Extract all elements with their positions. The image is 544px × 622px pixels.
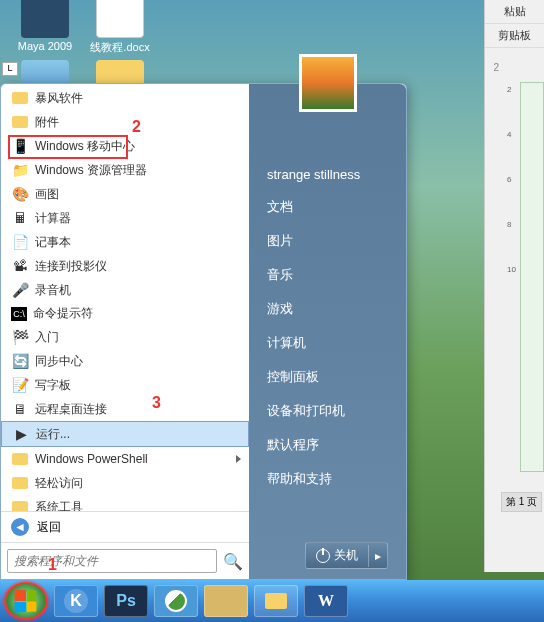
tab-marker[interactable]: L [2, 62, 18, 76]
user-avatar[interactable] [299, 54, 357, 112]
annotation-label-3: 3 [152, 394, 161, 412]
taskbar-app-photoshop[interactable]: Ps [104, 585, 148, 617]
program-wordpad[interactable]: 📝写字板 [1, 373, 249, 397]
program-sync[interactable]: 🔄同步中心 [1, 349, 249, 373]
maya-icon [21, 0, 69, 38]
program-recorder[interactable]: 🎤录音机 [1, 278, 249, 302]
games-link[interactable]: 游戏 [249, 292, 406, 326]
folder-system-tools[interactable]: 系统工具 [1, 495, 249, 511]
start-menu: 暴风软件 附件 📱Windows 移动中心 📁Windows 资源管理器 🎨画图… [0, 83, 407, 580]
folder-icon [11, 474, 29, 492]
program-notepad[interactable]: 📄记事本 [1, 230, 249, 254]
taskbar-app-k[interactable]: K [54, 585, 98, 617]
recorder-icon: 🎤 [11, 281, 29, 299]
getstarted-icon: 🏁 [11, 328, 29, 346]
program-getstarted[interactable]: 🏁入门 [1, 325, 249, 349]
documents-link[interactable]: 文档 [249, 190, 406, 224]
item-label: 命令提示符 [33, 305, 93, 322]
power-icon [316, 549, 330, 563]
folder-icon [11, 498, 29, 511]
explorer-icon: 📁 [11, 161, 29, 179]
desktop-icon-docx[interactable]: 线教程.docx [85, 0, 155, 55]
item-label: 入门 [35, 329, 59, 346]
pictures-link[interactable]: 图片 [249, 224, 406, 258]
program-run[interactable]: ▶运行... [1, 421, 249, 447]
taskbar-app-image[interactable] [204, 585, 248, 617]
run-icon: ▶ [12, 425, 30, 443]
shutdown-label: 关机 [334, 547, 358, 564]
programs-list[interactable]: 暴风软件 附件 📱Windows 移动中心 📁Windows 资源管理器 🎨画图… [1, 84, 249, 511]
item-label: 附件 [35, 114, 59, 131]
avatar-image [302, 57, 354, 109]
back-arrow-icon: ◄ [11, 518, 29, 536]
document-area[interactable] [520, 82, 544, 472]
folder-powershell[interactable]: Windows PowerShell [1, 447, 249, 471]
projector-icon: 📽 [11, 257, 29, 275]
taskbar: K Ps W [0, 580, 544, 622]
item-label: 记事本 [35, 234, 71, 251]
item-label: 同步中心 [35, 353, 83, 370]
folder-ease-of-access[interactable]: 轻松访问 [1, 471, 249, 495]
item-label: Windows 移动中心 [35, 138, 135, 155]
windows-logo-icon [15, 589, 37, 612]
item-label: Windows 资源管理器 [35, 162, 147, 179]
program-projector[interactable]: 📽连接到投影仪 [1, 254, 249, 278]
sync-icon: 🔄 [11, 352, 29, 370]
taskbar-app-explorer[interactable] [254, 585, 298, 617]
username-item[interactable]: strange stillness [249, 159, 406, 190]
folder-icon [11, 113, 29, 131]
item-label: 写字板 [35, 377, 71, 394]
item-label: Windows PowerShell [35, 452, 148, 466]
vertical-ruler: 2 4 6 8 10 [507, 85, 516, 310]
taskbar-app-sogou[interactable] [154, 585, 198, 617]
desktop-icon-label: 线教程.docx [90, 41, 149, 53]
program-mobility-center[interactable]: 📱Windows 移动中心 [1, 134, 249, 158]
folder-icon [11, 89, 29, 107]
wordpad-icon: 📝 [11, 376, 29, 394]
cmd-icon: C:\ [11, 307, 27, 321]
ruler-num: 2 [493, 62, 499, 73]
paste-button[interactable]: 粘贴 [485, 0, 544, 24]
program-cmd[interactable]: C:\命令提示符 [1, 302, 249, 325]
folder-icon [11, 450, 29, 468]
folder-accessories[interactable]: 附件 [1, 110, 249, 134]
search-input[interactable] [7, 549, 217, 573]
help-support-link[interactable]: 帮助和支持 [249, 462, 406, 496]
mobility-icon: 📱 [11, 137, 29, 155]
control-panel-link[interactable]: 控制面板 [249, 360, 406, 394]
devices-printers-link[interactable]: 设备和打印机 [249, 394, 406, 428]
start-menu-right-panel: strange stillness 文档 图片 音乐 游戏 计算机 控制面板 设… [249, 84, 406, 579]
program-explorer[interactable]: 📁Windows 资源管理器 [1, 158, 249, 182]
folder-baofeng[interactable]: 暴风软件 [1, 86, 249, 110]
clipboard-label[interactable]: 剪贴板 [485, 24, 544, 48]
item-label: 画图 [35, 186, 59, 203]
back-label: 返回 [37, 519, 61, 536]
desktop-icon-label: Maya 2009 [18, 40, 72, 52]
program-calculator[interactable]: 🖩计算器 [1, 206, 249, 230]
program-rdp[interactable]: 🖥远程桌面连接 [1, 397, 249, 421]
search-icon[interactable]: 🔍 [223, 552, 243, 571]
item-label: 录音机 [35, 282, 71, 299]
computer-link[interactable]: 计算机 [249, 326, 406, 360]
item-label: 运行... [36, 426, 70, 443]
default-programs-link[interactable]: 默认程序 [249, 428, 406, 462]
search-row: 🔍 [1, 542, 249, 579]
start-menu-left-panel: 暴风软件 附件 📱Windows 移动中心 📁Windows 资源管理器 🎨画图… [1, 84, 249, 579]
program-paint[interactable]: 🎨画图 [1, 182, 249, 206]
calc-icon: 🖩 [11, 209, 29, 227]
page-indicator: 第 1 页 [501, 492, 542, 512]
desktop-icon-maya[interactable]: Maya 2009 [10, 0, 80, 52]
shutdown-options-arrow[interactable]: ▸ [368, 545, 387, 567]
shutdown-button[interactable]: 关机 ▸ [305, 542, 388, 569]
start-button[interactable] [4, 582, 48, 620]
item-label: 暴风软件 [35, 90, 83, 107]
music-link[interactable]: 音乐 [249, 258, 406, 292]
taskbar-app-word[interactable]: W [304, 585, 348, 617]
item-label: 连接到投影仪 [35, 258, 107, 275]
notepad-icon: 📄 [11, 233, 29, 251]
word-doc-icon [96, 0, 144, 38]
item-label: 计算器 [35, 210, 71, 227]
item-label: 系统工具 [35, 499, 83, 512]
item-label: 轻松访问 [35, 475, 83, 492]
back-button[interactable]: ◄ 返回 [1, 511, 249, 542]
